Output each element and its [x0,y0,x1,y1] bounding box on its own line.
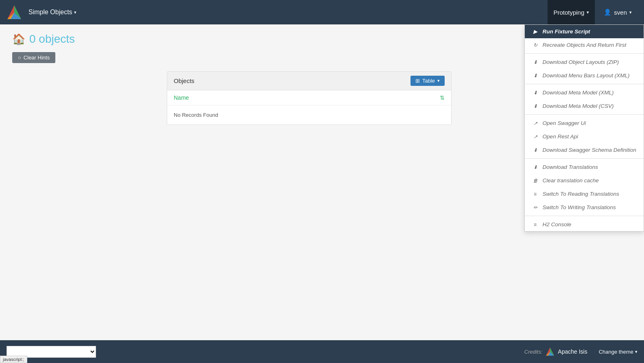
clear-hints-icon: ○ [18,55,21,61]
app-logo [7,4,22,20]
dropdown-item-download-object-layouts[interactable]: ⬇Download Object Layouts (ZIP) [525,55,644,69]
house-icon: 🏠 [12,33,25,46]
dropdown-item-icon-h2-console: ≡ [532,222,539,227]
footer: Credits: Apache Isis Change theme ▾ [0,340,644,363]
user-menu[interactable]: 👤 sven ▾ [598,5,637,19]
dropdown-item-icon-download-swagger: ⬇ [532,147,539,153]
sort-icon[interactable]: ⇅ [440,94,445,101]
dropdown-item-download-meta-csv[interactable]: ⬇Download Meta Model (CSV) [525,99,644,113]
table-view-button[interactable]: ⊞ Table ▾ [410,76,445,86]
navbar-right: Prototyping ▾ 👤 sven ▾ [548,0,637,24]
dropdown-item-label-download-meta-csv: Download Meta Model (CSV) [543,103,614,109]
dropdown-item-label-open-rest-api: Open Rest Api [543,133,578,140]
dropdown-item-label-download-object-layouts: Download Object Layouts (ZIP) [543,59,619,65]
statusbar: javascript:; [0,356,27,363]
dropdown-item-switch-writing[interactable]: ✏Switch To Writing Translations [525,201,644,214]
dropdown-divider-8 [525,158,644,159]
dropdown-divider-12 [525,216,644,216]
dropdown-item-icon-download-meta-xml: ⬇ [532,90,539,96]
apache-isis-logo-small [546,347,554,356]
clear-hints-button[interactable]: ○ Clear Hints [12,52,55,63]
dropdown-item-label-clear-translation-cache: Clear translation cache [543,177,599,184]
dropdown-item-label-open-swagger-ui: Open Swagger Ui [543,120,586,126]
dropdown-item-label-download-translations: Download Translations [543,164,598,170]
dropdown-item-switch-reading[interactable]: ≡Switch To Reading Translations [525,187,644,201]
dropdown-item-download-meta-xml[interactable]: ⬇Download Meta Model (XML) [525,86,644,99]
dropdown-item-run-fixture-script[interactable]: ▶Run Fixture Script [525,25,644,38]
navbar: Simple Objects ▾ Prototyping ▾ 👤 sven ▾ … [0,0,644,24]
dropdown-item-icon-run-fixture-script: ▶ [532,29,539,35]
dropdown-item-label-recreate-objects: Recreate Objects And Return First [543,42,627,48]
dropdown-item-open-rest-api[interactable]: ↗Open Rest Api [525,130,644,143]
dropdown-item-icon-switch-writing: ✏ [532,205,539,210]
footer-credits: Credits: Apache Isis Change theme ▾ [524,347,637,356]
dropdown-item-open-swagger-ui[interactable]: ↗Open Swagger Ui [525,116,644,130]
dropdown-item-icon-open-rest-api: ↗ [532,134,539,140]
object-count: 0 objects [29,33,75,46]
dropdown-item-label-run-fixture-script: Run Fixture Script [543,28,590,35]
dropdown-item-icon-switch-reading: ≡ [532,191,539,197]
apache-isis-label: Apache Isis [558,348,587,355]
name-column-header: Name [174,94,189,101]
empty-records-message: No Records Found [167,105,451,125]
objects-panel-header: Objects ⊞ Table ▾ [167,72,451,90]
dropdown-item-icon-open-swagger-ui: ↗ [532,120,539,126]
dropdown-item-download-translations[interactable]: ⬇Download Translations [525,160,644,174]
change-theme-button[interactable]: Change theme ▾ [599,349,637,355]
dropdown-item-icon-clear-translation-cache: 🗑 [532,178,539,184]
dropdown-item-download-swagger[interactable]: ⬇Download Swagger Schema Definition [525,143,644,157]
dropdown-item-label-h2-console: H2 Console [543,221,572,227]
dropdown-item-icon-recreate-objects: ↻ [532,42,539,48]
dropdown-item-clear-translation-cache[interactable]: 🗑Clear translation cache [525,174,644,187]
dropdown-item-label-download-swagger: Download Swagger Schema Definition [543,147,636,153]
table-icon: ⊞ [415,78,420,84]
dropdown-divider-5 [525,114,644,115]
objects-panel-title: Objects [174,77,194,84]
dropdown-divider-1 [525,53,644,54]
app-title[interactable]: Simple Objects ▾ [28,9,76,16]
dropdown-item-h2-console[interactable]: ≡H2 Console [525,218,644,231]
table-header-row: Name ⇅ [167,90,451,105]
dropdown-item-icon-download-menu-bars: ⬇ [532,73,539,79]
navbar-brand [7,4,22,20]
dropdown-item-download-menu-bars[interactable]: ⬇Download Menu Bars Layout (XML) [525,69,644,82]
dropdown-item-label-switch-reading: Switch To Reading Translations [543,191,619,197]
dropdown-item-icon-download-object-layouts: ⬇ [532,59,539,65]
objects-panel: Objects ⊞ Table ▾ Name ⇅ No Records Foun… [167,71,452,125]
dropdown-divider-3 [525,84,644,84]
prototyping-menu[interactable]: Prototyping ▾ [548,0,595,24]
dropdown-item-icon-download-meta-csv: ⬇ [532,103,539,109]
dropdown-item-icon-download-translations: ⬇ [532,164,539,170]
dropdown-item-label-download-menu-bars: Download Menu Bars Layout (XML) [543,72,630,79]
prototyping-dropdown: ▶Run Fixture Script↻Recreate Objects And… [524,24,644,232]
dropdown-item-recreate-objects[interactable]: ↻Recreate Objects And Return First [525,38,644,52]
user-icon: 👤 [604,9,611,16]
dropdown-item-label-download-meta-xml: Download Meta Model (XML) [543,90,614,96]
dropdown-item-label-switch-writing: Switch To Writing Translations [543,204,616,210]
